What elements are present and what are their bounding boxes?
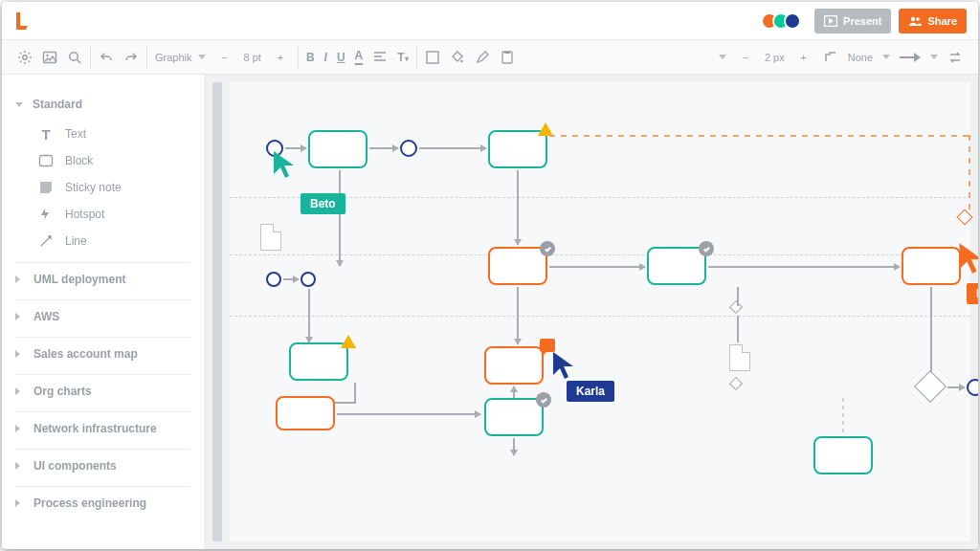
underline-icon[interactable]: U — [337, 51, 345, 64]
avatar[interactable] — [784, 12, 801, 30]
border-icon[interactable] — [425, 50, 440, 65]
svg-rect-7 — [427, 52, 438, 63]
connector[interactable] — [513, 386, 515, 398]
connector[interactable] — [842, 398, 844, 434]
svg-point-3 — [23, 55, 28, 59]
logo-icon[interactable] — [13, 11, 31, 32]
task-block[interactable] — [484, 398, 544, 436]
task-block[interactable] — [276, 396, 335, 430]
connector[interactable] — [354, 383, 356, 402]
chevron-right-icon — [15, 313, 24, 320]
connector[interactable] — [930, 287, 932, 377]
svg-point-2 — [917, 17, 921, 21]
connector[interactable] — [517, 170, 519, 245]
gateway[interactable] — [729, 377, 743, 390]
connector[interactable] — [308, 289, 310, 342]
text-color-icon[interactable]: A — [355, 49, 364, 65]
sidebar-category-standard[interactable]: Standard — [15, 92, 190, 117]
block-icon — [38, 153, 54, 168]
stroke-plus[interactable]: + — [794, 52, 813, 63]
warning-icon — [538, 122, 553, 136]
gear-icon[interactable] — [17, 50, 33, 65]
intermediate-event[interactable] — [400, 140, 417, 157]
sidebar-item-block[interactable]: Block — [38, 147, 190, 174]
connector[interactable] — [549, 266, 645, 268]
app-header: Present Share — [2, 2, 978, 40]
canvas-area[interactable]: Beto Karla Dax — [205, 75, 978, 549]
line-icon — [38, 233, 54, 249]
chevron-down-icon[interactable] — [930, 55, 938, 59]
line-end-select[interactable]: None — [848, 52, 873, 63]
connector[interactable] — [517, 287, 519, 344]
swimlane-divider — [230, 316, 970, 317]
message-flow[interactable] — [549, 135, 970, 137]
sidebar-item-line[interactable]: Line — [38, 228, 190, 254]
align-icon[interactable] — [372, 50, 388, 65]
present-button[interactable]: Present — [814, 9, 891, 33]
message-flow[interactable] — [969, 135, 970, 221]
connector[interactable] — [369, 147, 398, 149]
text-tool-icon[interactable]: T▾ — [397, 51, 408, 64]
undo-icon[interactable] — [99, 50, 114, 65]
sidebar-item-text[interactable]: T Text — [38, 121, 190, 147]
font-select[interactable]: Graphik — [155, 52, 206, 63]
connector[interactable] — [283, 278, 299, 280]
line-routing-icon[interactable] — [823, 50, 838, 65]
bold-icon[interactable]: B — [306, 51, 315, 64]
paste-style-icon[interactable] — [500, 50, 515, 65]
sidebar-category-uml[interactable]: UML deployment — [15, 267, 190, 292]
share-button[interactable]: Share — [899, 9, 967, 33]
size-minus[interactable]: − — [215, 52, 234, 63]
presence-avatars[interactable] — [767, 12, 801, 30]
task-block[interactable] — [488, 130, 547, 168]
canvas[interactable]: Beto Karla Dax — [230, 82, 970, 541]
sidebar-item-sticky-note[interactable]: Sticky note — [38, 174, 190, 201]
connector[interactable] — [419, 147, 486, 149]
gateway[interactable] — [914, 370, 947, 403]
stroke-minus[interactable]: − — [736, 52, 755, 63]
sidebar-category-ui[interactable]: UI components — [15, 453, 190, 478]
sidebar-category-org[interactable]: Org charts — [15, 379, 190, 404]
redo-icon[interactable] — [123, 50, 139, 65]
pen-icon[interactable] — [475, 50, 490, 65]
task-block[interactable] — [813, 436, 873, 474]
sidebar-category-sales[interactable]: Sales account map — [15, 342, 190, 366]
task-block[interactable] — [308, 130, 368, 168]
italic-icon[interactable]: I — [324, 51, 327, 64]
end-event[interactable] — [967, 379, 978, 396]
connector[interactable] — [513, 438, 515, 455]
image-icon[interactable] — [42, 50, 57, 65]
sidebar-category-aws[interactable]: AWS — [15, 304, 190, 329]
connector[interactable] — [737, 316, 739, 342]
task-block[interactable] — [289, 342, 348, 381]
task-block[interactable] — [647, 247, 706, 285]
gateway[interactable] — [957, 209, 973, 226]
chevron-down-icon[interactable] — [882, 55, 890, 59]
task-block[interactable] — [488, 247, 547, 285]
line-preview-icon[interactable] — [900, 53, 921, 62]
task-block[interactable] — [902, 247, 961, 285]
connector[interactable] — [337, 413, 480, 415]
connector[interactable] — [339, 170, 341, 266]
connector[interactable] — [947, 386, 965, 388]
gateway[interactable] — [729, 300, 743, 314]
stroke-width[interactable]: 2 px — [765, 52, 785, 63]
chevron-down-icon[interactable] — [719, 55, 726, 59]
document-icon[interactable] — [729, 344, 750, 371]
start-event[interactable] — [266, 272, 281, 287]
task-block[interactable] — [484, 346, 544, 385]
document-icon[interactable] — [260, 224, 281, 251]
intermediate-event[interactable] — [301, 272, 316, 287]
connector[interactable] — [708, 266, 900, 268]
sidebar-category-process[interactable]: Process engineering — [15, 491, 190, 516]
search-icon[interactable] — [67, 50, 82, 65]
font-size[interactable]: 8 pt — [244, 52, 261, 63]
sidebar-category-network[interactable]: Network infrastructure — [15, 416, 190, 441]
connector[interactable] — [737, 287, 739, 306]
svg-point-5 — [46, 54, 48, 55]
sidebar-item-hotspot[interactable]: Hotspot — [38, 201, 190, 228]
size-plus[interactable]: + — [271, 52, 290, 63]
svg-point-6 — [70, 52, 78, 60]
fill-icon[interactable] — [450, 50, 465, 65]
swap-ends-icon[interactable] — [947, 50, 963, 65]
